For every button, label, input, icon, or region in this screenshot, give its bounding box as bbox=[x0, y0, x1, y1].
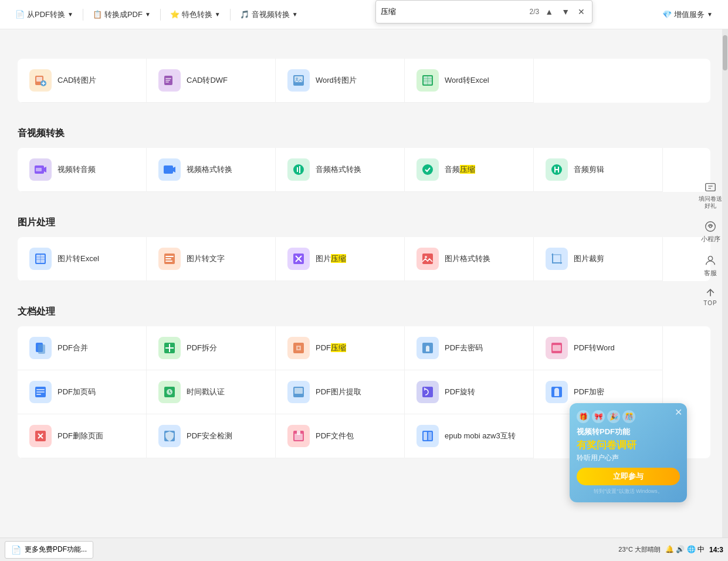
svg-rect-17 bbox=[36, 168, 42, 171]
tool-pdf-word[interactable]: PDF转Word bbox=[534, 326, 663, 370]
top-label: TOP bbox=[703, 300, 717, 306]
chevron-down-icon-4: ▼ bbox=[292, 11, 298, 18]
svg-rect-45 bbox=[36, 394, 41, 395]
tool-img-crop[interactable]: 图片裁剪 bbox=[534, 237, 663, 281]
pdf-decrypt-icon bbox=[417, 337, 439, 359]
other-convert-grid: CAD转图片 CAD转DWF Word转图片 Word转Excel bbox=[18, 59, 710, 103]
tool-pdf-delete-page[interactable]: PDF删除页面 bbox=[18, 414, 147, 458]
img-excel-label: 图片转Excel bbox=[57, 254, 99, 264]
tool-img-text[interactable]: 图片转文字 bbox=[147, 237, 276, 281]
svg-rect-31 bbox=[165, 261, 172, 262]
tool-pdf-security[interactable]: PDF安全检测 bbox=[147, 414, 276, 458]
taskbar-app-item[interactable]: 📄 更多免费PDF功能... bbox=[5, 541, 93, 559]
tool-video-audio[interactable]: 视频转音频 bbox=[18, 148, 147, 192]
tool-img-compress[interactable]: 图片压缩 bbox=[276, 237, 405, 281]
tool-epub-convert[interactable]: epub mobi azw3互转 bbox=[405, 414, 534, 458]
chevron-down-icon-2: ▼ bbox=[145, 11, 151, 18]
back-to-top-button[interactable]: TOP bbox=[695, 283, 726, 310]
find-bar: 2/3 ▲ ▼ ✕ bbox=[375, 0, 592, 23]
tool-img-excel[interactable]: 图片转Excel bbox=[18, 237, 147, 281]
feedback-button[interactable]: 填问卷送好礼 bbox=[695, 176, 726, 214]
tool-pdf-img-extract[interactable]: PDF图片提取 bbox=[276, 370, 405, 414]
word-excel-icon bbox=[417, 69, 439, 92]
scroll-thumb[interactable] bbox=[723, 35, 727, 70]
tool-pdf-merge[interactable]: PDF合并 bbox=[18, 326, 147, 370]
ad-decorations: 🎁 🎀 🎉 🎊 bbox=[577, 410, 680, 423]
pdf-rotate-icon bbox=[417, 381, 439, 403]
miniapp-button[interactable]: 小程序 bbox=[695, 215, 726, 248]
nav-item-vip[interactable]: 💎 增值服务 ▼ bbox=[654, 6, 721, 23]
cad-image-label: CAD转图片 bbox=[57, 76, 96, 86]
tool-audio-edit[interactable]: 音频剪辑 bbox=[534, 148, 663, 192]
pdf-pageno-icon bbox=[29, 381, 52, 403]
taskbar-weather: 23°C 大部晴朗 bbox=[618, 545, 661, 554]
audio-compress-label: 音频压缩 bbox=[445, 165, 475, 175]
chevron-down-icon-3: ▼ bbox=[215, 11, 221, 18]
tool-cad-dwf[interactable]: CAD转DWF bbox=[147, 59, 276, 103]
tool-pdf-compress[interactable]: PDF压缩 bbox=[276, 326, 405, 370]
tool-audio-compress[interactable]: 音频压缩 bbox=[405, 148, 534, 192]
pdf-decrypt-label: PDF去密码 bbox=[445, 343, 483, 353]
ad-deco-2: 🎀 bbox=[592, 410, 605, 423]
svg-rect-56 bbox=[297, 431, 300, 435]
svg-rect-4 bbox=[165, 78, 171, 79]
video-audio-label: 视频转音频 bbox=[57, 165, 96, 175]
nav-divider-1 bbox=[83, 9, 83, 21]
pdf-security-icon bbox=[158, 425, 181, 447]
tool-img-format[interactable]: 图片格式转换 bbox=[405, 237, 534, 281]
nav-item-av[interactable]: 🎵 音视频转换 ▼ bbox=[232, 6, 306, 23]
svg-rect-30 bbox=[165, 258, 171, 259]
ad-close-button[interactable]: ✕ bbox=[675, 407, 682, 418]
chevron-down-icon: ▼ bbox=[67, 11, 73, 18]
video-convert-label: 视频格式转换 bbox=[187, 165, 232, 175]
miniapp-label: 小程序 bbox=[701, 235, 720, 244]
pdf-split-icon bbox=[158, 337, 181, 359]
tool-pdf-decrypt[interactable]: PDF去密码 bbox=[405, 326, 534, 370]
svg-point-61 bbox=[706, 222, 716, 232]
pdf-split-label: PDF拆分 bbox=[187, 343, 217, 353]
svg-rect-6 bbox=[165, 82, 169, 83]
tool-video-convert[interactable]: 视频格式转换 bbox=[147, 148, 276, 192]
timestamp-icon bbox=[158, 381, 181, 403]
cad-dwf-icon bbox=[158, 69, 181, 92]
tool-pdf-rotate[interactable]: PDF旋转 bbox=[405, 370, 534, 414]
audio-compress-highlight: 压缩 bbox=[460, 165, 475, 174]
tool-pdf-split[interactable]: PDF拆分 bbox=[147, 326, 276, 370]
pdf-word-icon bbox=[546, 337, 568, 359]
img-crop-label: 图片裁剪 bbox=[574, 254, 604, 264]
svg-rect-33 bbox=[422, 254, 433, 264]
img-crop-icon bbox=[546, 248, 568, 270]
find-close-button[interactable]: ✕ bbox=[575, 6, 587, 18]
tool-audio-convert[interactable]: 音频格式转换 bbox=[276, 148, 405, 192]
svg-rect-60 bbox=[706, 184, 716, 191]
nav-divider-3 bbox=[230, 9, 231, 21]
find-next-button[interactable]: ▼ bbox=[559, 6, 572, 18]
tool-word-image[interactable]: Word转图片 bbox=[276, 59, 405, 103]
svg-point-21 bbox=[422, 164, 433, 175]
nav-item-special[interactable]: ⭐ 特色转换 ▼ bbox=[162, 6, 229, 23]
pdf-compress-icon bbox=[287, 337, 310, 359]
tool-cad-image[interactable]: CAD转图片 bbox=[18, 59, 147, 103]
ad-deco-1: 🎁 bbox=[577, 410, 590, 423]
cad-image-icon bbox=[29, 69, 52, 92]
pdf-encrypt-icon bbox=[546, 381, 568, 403]
nav-item-to-pdf[interactable]: 📋 转换成PDF ▼ bbox=[84, 6, 159, 23]
tool-pdf-pageno[interactable]: PDF加页码 bbox=[18, 370, 147, 414]
ad-feature: 视频转PDF功能 bbox=[577, 427, 680, 437]
tool-timestamp[interactable]: 时间戳认证 bbox=[147, 370, 276, 414]
special-icon: ⭐ bbox=[170, 10, 180, 19]
taskbar-time: 14:3 bbox=[709, 546, 723, 554]
image-section-title: 图片处理 bbox=[18, 204, 710, 237]
word-excel-label: Word转Excel bbox=[445, 76, 489, 86]
find-input[interactable] bbox=[381, 8, 526, 16]
tool-pdf-package[interactable]: PDF文件包 bbox=[276, 414, 405, 458]
service-button[interactable]: 客服 bbox=[695, 249, 726, 282]
pdf-merge-label: PDF合并 bbox=[57, 343, 88, 353]
svg-marker-19 bbox=[173, 167, 175, 173]
nav-label-av: 音视频转换 bbox=[252, 9, 290, 20]
find-prev-button[interactable]: ▲ bbox=[543, 6, 556, 18]
nav-item-from-pdf[interactable]: 📄 从PDF转换 ▼ bbox=[7, 6, 82, 23]
tool-word-excel[interactable]: Word转Excel bbox=[405, 59, 534, 103]
ad-participate-button[interactable]: 立即参与 bbox=[577, 468, 680, 485]
audio-convert-label: 音频格式转换 bbox=[316, 165, 361, 175]
